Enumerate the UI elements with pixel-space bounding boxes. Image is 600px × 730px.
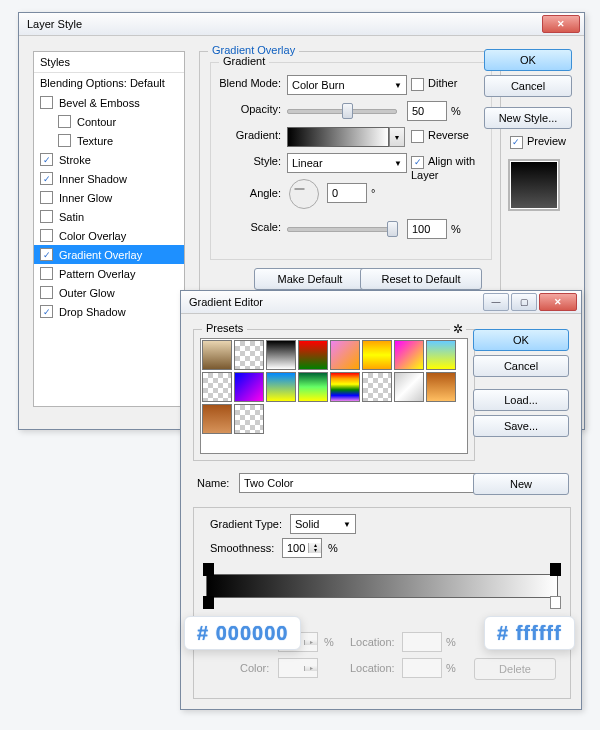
blending-options[interactable]: Blending Options: Default xyxy=(34,73,184,93)
preset-swatch[interactable] xyxy=(362,340,392,370)
opacity-value: 50 xyxy=(408,105,446,117)
presets-label: Presets xyxy=(202,322,247,334)
preset-swatch[interactable] xyxy=(298,340,328,370)
checkbox-icon[interactable] xyxy=(58,115,71,128)
preset-swatch[interactable] xyxy=(234,340,264,370)
layer-style-titlebar[interactable]: Layer Style ✕ xyxy=(19,13,584,36)
preset-swatch[interactable] xyxy=(330,372,360,402)
checkbox-icon[interactable] xyxy=(40,153,53,166)
new-button[interactable]: New xyxy=(473,473,569,495)
preset-swatch[interactable] xyxy=(426,372,456,402)
opacity-stop-left[interactable] xyxy=(203,563,214,576)
name-label: Name: xyxy=(197,477,229,489)
load-button[interactable]: Load... xyxy=(473,389,569,411)
save-button[interactable]: Save... xyxy=(473,415,569,437)
preset-swatch[interactable] xyxy=(202,340,232,370)
style-item[interactable]: Color Overlay xyxy=(34,226,184,245)
ge-ok-button[interactable]: OK xyxy=(473,329,569,351)
preview-checkbox[interactable]: Preview xyxy=(510,135,566,149)
spinner-icon[interactable]: ▴▾ xyxy=(308,543,321,553)
smoothness-field[interactable]: 100▴▾ xyxy=(282,538,322,558)
scale-label: Scale: xyxy=(211,221,281,233)
scale-slider[interactable] xyxy=(287,219,397,237)
checkbox-icon[interactable] xyxy=(40,248,53,261)
blend-mode-value: Color Burn xyxy=(292,79,345,91)
close-icon[interactable]: ✕ xyxy=(542,15,580,33)
name-value: Two Color xyxy=(244,477,294,489)
checkbox-icon[interactable] xyxy=(40,229,53,242)
preset-swatch[interactable] xyxy=(266,372,296,402)
preset-grid[interactable] xyxy=(201,339,467,453)
style-item[interactable]: Inner Shadow xyxy=(34,169,184,188)
ge-cancel-button[interactable]: Cancel xyxy=(473,355,569,377)
make-default-button[interactable]: Make Default xyxy=(254,268,366,290)
ok-button[interactable]: OK xyxy=(484,49,572,71)
style-item[interactable]: Pattern Overlay xyxy=(34,264,184,283)
smoothness-pct: % xyxy=(328,542,338,554)
name-input[interactable]: Two Color xyxy=(239,473,479,493)
preset-swatch[interactable] xyxy=(234,404,264,434)
gradient-bar[interactable] xyxy=(206,574,558,598)
checkbox-icon[interactable] xyxy=(40,286,53,299)
preset-swatch[interactable] xyxy=(394,340,424,370)
gear-icon[interactable]: ✲ xyxy=(450,322,466,336)
gradient-editor-titlebar[interactable]: Gradient Editor — ▢ ✕ xyxy=(181,291,581,314)
new-style-button[interactable]: New Style... xyxy=(484,107,572,129)
checkbox-icon[interactable] xyxy=(40,210,53,223)
reset-default-button[interactable]: Reset to Default xyxy=(360,268,482,290)
angle-field[interactable]: 0 xyxy=(327,183,367,203)
close-icon[interactable]: ✕ xyxy=(539,293,577,311)
color-stop-right[interactable] xyxy=(550,596,561,609)
style-item[interactable]: Gradient Overlay xyxy=(34,245,184,264)
maximize-icon[interactable]: ▢ xyxy=(511,293,537,311)
angle-deg: ° xyxy=(371,187,375,199)
style-item[interactable]: Texture xyxy=(34,131,184,150)
preset-swatch[interactable] xyxy=(234,372,264,402)
opacity-stop-right[interactable] xyxy=(550,563,561,576)
align-checkbox[interactable]: Align with Layer xyxy=(411,155,491,181)
color-stop-left[interactable] xyxy=(203,596,214,609)
preset-swatch[interactable] xyxy=(202,404,232,434)
checkbox-icon[interactable] xyxy=(58,134,71,147)
style-item[interactable]: Outer Glow xyxy=(34,283,184,302)
checkbox-icon[interactable] xyxy=(40,96,53,109)
preset-swatch[interactable] xyxy=(362,372,392,402)
checkbox-icon[interactable] xyxy=(40,172,53,185)
preset-swatch[interactable] xyxy=(426,340,456,370)
angle-dial[interactable] xyxy=(289,179,319,209)
gradient-picker[interactable] xyxy=(287,127,389,147)
checkbox-icon[interactable] xyxy=(40,191,53,204)
preset-swatch[interactable] xyxy=(394,372,424,402)
gradient-dropdown-arrow[interactable]: ▼ xyxy=(389,127,405,147)
dither-checkbox[interactable]: Dither xyxy=(411,77,457,91)
scale-pct: % xyxy=(451,223,461,235)
blend-mode-dropdown[interactable]: Color Burn▼ xyxy=(287,75,407,95)
opacity-pct: % xyxy=(451,105,461,117)
style-value: Linear xyxy=(292,157,323,169)
style-item[interactable]: Inner Glow xyxy=(34,188,184,207)
minimize-icon[interactable]: — xyxy=(483,293,509,311)
style-item[interactable]: Contour xyxy=(34,112,184,131)
scale-value: 100 xyxy=(408,223,446,235)
checkbox-icon[interactable] xyxy=(40,267,53,280)
checkbox-icon[interactable] xyxy=(40,305,53,318)
reverse-checkbox[interactable]: Reverse xyxy=(411,129,469,143)
type-dropdown[interactable]: Solid▼ xyxy=(290,514,356,534)
scale-field[interactable]: 100 xyxy=(407,219,447,239)
preset-swatch[interactable] xyxy=(266,340,296,370)
color-stop-field: ▸ xyxy=(278,658,318,678)
styles-header[interactable]: Styles xyxy=(34,52,184,73)
style-item[interactable]: Bevel & Emboss xyxy=(34,93,184,112)
style-item[interactable]: Drop Shadow xyxy=(34,302,184,321)
opacity-field[interactable]: 50 xyxy=(407,101,447,121)
style-item[interactable]: Satin xyxy=(34,207,184,226)
preset-swatch[interactable] xyxy=(202,372,232,402)
opacity-slider[interactable] xyxy=(287,101,397,119)
style-item-label: Texture xyxy=(77,135,113,147)
cancel-button[interactable]: Cancel xyxy=(484,75,572,97)
preset-swatch[interactable] xyxy=(330,340,360,370)
smoothness-label: Smoothness: xyxy=(210,542,274,554)
style-item[interactable]: Stroke xyxy=(34,150,184,169)
preset-swatch[interactable] xyxy=(298,372,328,402)
style-dropdown[interactable]: Linear▼ xyxy=(287,153,407,173)
